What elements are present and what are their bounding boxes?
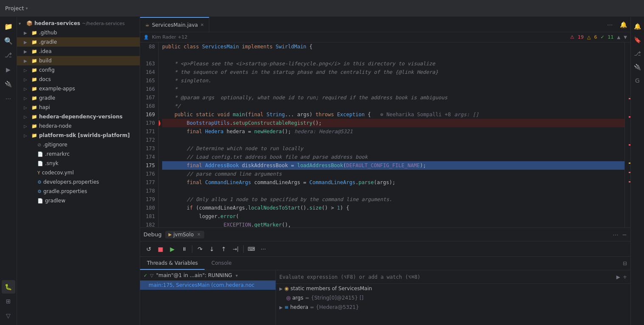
bookmark-icon[interactable]: ▽: [2, 309, 15, 322]
var-item-args[interactable]: ◎ args = {String[0]@2415} []: [276, 293, 630, 303]
code-line-182: EXCEPTION.getMarker(),: [162, 221, 624, 227]
code-line-180: if (commandLineArgs.localNodesToStart().…: [162, 204, 624, 212]
step-out-button[interactable]: ↑: [219, 244, 229, 254]
tab-threads-variables[interactable]: Threads & Variables: [140, 257, 205, 270]
right-icon-plugins2[interactable]: 🔌: [632, 61, 644, 73]
right-icon-gradle[interactable]: G: [632, 75, 644, 87]
right-icon-bookmarks[interactable]: 🔖: [632, 34, 644, 46]
tab-close-icon[interactable]: ✕: [200, 22, 204, 27]
session-close-icon[interactable]: ✕: [197, 232, 200, 237]
resume-button[interactable]: ▶: [167, 244, 177, 254]
tree-item-idea[interactable]: ▶ 📁 .idea: [17, 47, 140, 56]
project-label: Project: [5, 5, 24, 11]
tree-label-idea: .idea: [39, 48, 52, 54]
evaluate-button[interactable]: ⌨: [246, 244, 256, 254]
tree-root[interactable]: ▾ 📦 hedera-services ~/hedera-services: [17, 19, 140, 28]
code-line-179: // Only allow 1 node to be specified by …: [162, 195, 624, 204]
right-sidebar-icons: 🔔 🔖 ⎇ 🔌 G: [630, 17, 644, 325]
editor-tab-services-main[interactable]: ☕ ServicesMain.java ✕: [140, 17, 209, 32]
thread-filter-icon[interactable]: ▽: [150, 273, 153, 278]
tab-console[interactable]: Console: [205, 257, 239, 270]
tree-item-gradle-root[interactable]: ▶ 📁 .gradle: [17, 37, 140, 47]
tree-label-snyk: .snyk: [45, 160, 59, 166]
tree-item-hapi[interactable]: ▷ 📁 hapi: [17, 103, 140, 112]
tree-item-codecov[interactable]: Y codecov.yml: [17, 168, 140, 177]
eval-run-icon[interactable]: ▶: [616, 274, 620, 280]
sidebar-icon-search[interactable]: 🔍: [2, 34, 15, 48]
editor-expand-icon[interactable]: ▲: [617, 35, 621, 39]
code-line-165: * singleton.: [162, 76, 624, 85]
code-line-167: * @param args optionally, what node id t…: [162, 93, 624, 102]
tree-item-remarkrc[interactable]: 📄 .remarkrc: [17, 149, 140, 159]
session-play-icon: ▶: [169, 232, 172, 237]
code-line-88: public class ServicesMain implements Swi…: [162, 42, 624, 51]
split-view-icon[interactable]: ⊟: [619, 261, 630, 266]
tree-label-hedera-dep: hedera-dependency-versions: [39, 114, 123, 120]
step-over-button[interactable]: ↷: [195, 244, 205, 254]
step-into-button[interactable]: ↓: [207, 244, 217, 254]
tree-item-hedera-dep[interactable]: ▷ 📁 hedera-dependency-versions: [17, 112, 140, 121]
tree-item-gitignore[interactable]: ⊘ .gitignore: [17, 140, 140, 149]
code-line-170: 🔴 BootstrapUtils.setupConstructableRegis…: [162, 119, 624, 127]
stack-frame-label: main:175, ServicesMain (com.hedera.noc: [149, 282, 254, 288]
code-editor: 88 163 164 165 166 167 168 169 170 171 1…: [140, 42, 630, 227]
terminal-icon[interactable]: ⊞: [2, 294, 15, 308]
code-line-168: */: [162, 102, 624, 110]
sidebar-icon-folder[interactable]: 📁: [2, 20, 15, 33]
var-item-hedera[interactable]: ▶ ≡ hedera = {Hedera@5321}: [276, 303, 630, 312]
pause-button[interactable]: ⏸: [179, 244, 189, 254]
tree-item-build[interactable]: ▶ 📁 build: [17, 56, 140, 65]
args-icon: ◎: [286, 295, 290, 301]
tree-item-docs[interactable]: ▷ 📁 docs: [17, 75, 140, 84]
evaluate-input[interactable]: [279, 274, 616, 280]
tree-label-example-apps: example-apps: [39, 86, 75, 92]
tree-label-github: .github: [39, 30, 57, 36]
editor-more-icon[interactable]: ⋯: [604, 21, 616, 28]
debug-panel-more-icon[interactable]: ⋯: [613, 231, 619, 238]
stack-frame[interactable]: main:175, ServicesMain (com.hedera.noc: [140, 280, 276, 290]
tree-item-platform-sdk[interactable]: ▷ 📁 platform-sdk [swirlds-platform]: [17, 131, 140, 140]
debug-session-tab[interactable]: ▶ jvmSolo ✕: [165, 231, 204, 238]
tree-item-config[interactable]: ▷ 📁 config: [17, 65, 140, 75]
tree-item-developers[interactable]: ⚙ developers.properties: [17, 177, 140, 187]
debug-icon-bottom[interactable]: 🐛: [2, 280, 15, 294]
sidebar-icon-git[interactable]: ⎇: [2, 48, 15, 62]
tree-item-github[interactable]: ▶ 📁 .github: [17, 28, 140, 37]
var-eq2-icon: =: [310, 304, 314, 310]
tree-item-gradle-props[interactable]: ⚙ gradle.properties: [17, 187, 140, 196]
sidebar-icon-plugins[interactable]: 🔌: [2, 77, 15, 91]
more-debug-button[interactable]: ⋯: [258, 244, 268, 254]
debug-title: Debug: [143, 231, 162, 238]
thread-dropdown-icon[interactable]: ▾: [236, 273, 238, 278]
debug-content: ✓ ▽ "main"@1 in ...ain": RUNNING ▾ main:…: [140, 270, 630, 325]
notifications-icon[interactable]: 🔔: [616, 21, 630, 28]
tree-item-gradlew[interactable]: 📄 gradlew: [17, 196, 140, 205]
var-item-static[interactable]: ▶ ◉ static members of ServicesMain: [276, 284, 630, 293]
eval-add-watch-icon[interactable]: +: [623, 274, 627, 280]
stop-button[interactable]: ■: [155, 244, 166, 254]
code-line-166: *: [162, 85, 624, 93]
tree-item-snyk[interactable]: 📄 .snyk: [17, 159, 140, 168]
editor-collapse-icon[interactable]: ▼: [624, 35, 627, 39]
var-args-value: {String[0]@2415} []: [311, 295, 364, 301]
left-sidebar-icons: 📁 🔍 ⎇ ▶ 🔌 ⋯ 🐛 ⊞ ▽: [0, 17, 17, 325]
project-title[interactable]: Project ▾: [5, 5, 28, 11]
tree-label-gradle: gradle: [39, 95, 55, 101]
tree-item-hedera-node[interactable]: ▷ 📁 hedera-node: [17, 121, 140, 131]
right-icon-notifications[interactable]: 🔔: [632, 20, 644, 32]
tree-item-example-apps[interactable]: ▷ 📁 example-apps: [17, 84, 140, 93]
rerun-button[interactable]: ↺: [143, 244, 154, 254]
blame-icon: 👤: [143, 35, 149, 39]
code-line-169: ▶ public static void main(final String..…: [162, 110, 624, 119]
code-line-173: // Determine which node to run locally: [162, 144, 624, 153]
sidebar-icon-run[interactable]: ▶: [2, 63, 15, 76]
right-icon-git[interactable]: ⎇: [632, 48, 644, 59]
code-content: public class ServicesMain implements Swi…: [159, 42, 624, 227]
debug-panel-minimize-icon[interactable]: −: [622, 231, 627, 238]
thread-main[interactable]: ✓ ▽ "main"@1 in ...ain": RUNNING ▾: [140, 270, 276, 280]
sidebar-icon-more[interactable]: ⋯: [2, 92, 15, 105]
tree-item-gradle[interactable]: ▷ 📁 gradle: [17, 93, 140, 103]
var-expand-hedera-icon: ▶: [279, 305, 283, 310]
run-to-cursor-button[interactable]: →|: [231, 244, 241, 254]
tree-label-docs: docs: [39, 76, 51, 82]
